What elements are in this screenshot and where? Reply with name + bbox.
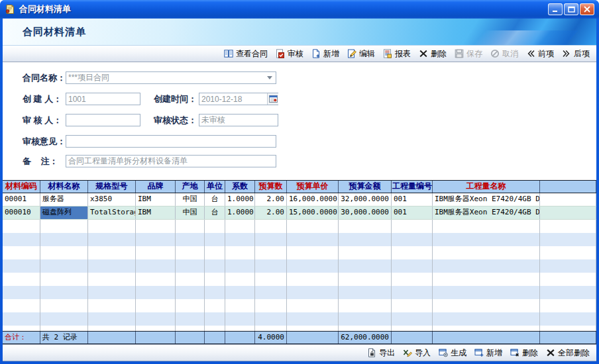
cancel-button[interactable]: 取消 <box>486 48 522 60</box>
contract-name-combobox[interactable] <box>66 71 276 84</box>
grid-total-row: 合计：共 2 记录4.000062,000.0000 <box>3 331 596 344</box>
total-cell-material-name: 共 2 记录 <box>40 332 88 343</box>
col-header-filler <box>540 181 596 193</box>
empty-cell <box>88 312 136 326</box>
empty-cell <box>40 312 88 326</box>
grid-header-row: 材料编码材料名称规格型号品牌产地单位系数预算数预算单价预算金额工程量编号工程量名… <box>3 180 596 193</box>
empty-cell <box>40 299 88 312</box>
table-cell-origin[interactable]: 中国 <box>176 193 205 206</box>
create-time-field[interactable] <box>199 93 278 105</box>
reviewer-field[interactable] <box>66 114 140 126</box>
toolbar-button-label: 新增 <box>486 347 502 359</box>
table-cell-boq-code[interactable]: 001 <box>392 206 433 219</box>
generate-button[interactable]: 生成 <box>435 347 470 359</box>
empty-cell <box>88 299 136 312</box>
empty-cell <box>88 326 136 331</box>
add-new-button[interactable]: 新增 <box>307 48 343 60</box>
next-item-button[interactable]: 后项 <box>558 48 594 60</box>
empty-cell <box>433 312 540 326</box>
remark-field[interactable] <box>66 155 276 167</box>
review-opinion-field[interactable] <box>66 135 276 148</box>
create-time-label: 创建时间： <box>154 93 197 106</box>
delete-x-icon <box>419 49 428 58</box>
empty-cell <box>339 246 392 259</box>
empty-cell <box>88 233 136 246</box>
table-cell-material-name[interactable]: 磁盘阵列 <box>40 206 88 219</box>
empty-table-row <box>3 259 596 273</box>
total-cell-origin <box>176 332 205 343</box>
table-cell-boq-code[interactable]: 001 <box>392 193 433 206</box>
save-button[interactable]: 保存 <box>451 48 486 60</box>
empty-cell <box>88 286 136 299</box>
generate-icon <box>439 348 448 357</box>
table-cell-spec-model[interactable]: TotalStorag <box>88 206 136 219</box>
empty-cell <box>287 286 339 299</box>
view-contract-button[interactable]: 查看合同 <box>220 48 272 60</box>
empty-table-row <box>3 246 596 259</box>
table-cell-budget-qty[interactable]: 2.00 <box>255 193 287 206</box>
table-cell-boq-name[interactable]: IBM服务器Xeon E7420/4GB DD <box>433 193 540 206</box>
creator-field[interactable] <box>66 93 140 105</box>
col-header-budget-price: 预算单价 <box>287 181 339 193</box>
table-cell-filler[interactable] <box>540 206 596 219</box>
reviewer-label: 审 核 人： <box>23 114 62 127</box>
calendar-picker-button[interactable] <box>267 93 278 105</box>
minimize-button[interactable] <box>548 3 563 15</box>
table-cell-filler[interactable] <box>540 193 596 206</box>
col-header-boq-name: 工程量名称 <box>433 181 540 193</box>
table-cell-material-name[interactable]: 服务器 <box>40 193 88 206</box>
table-cell-budget-price[interactable]: 15,000.0000 <box>287 206 339 219</box>
empty-cell <box>225 286 255 299</box>
table-cell-material-code[interactable]: 000010 <box>3 206 40 219</box>
close-button[interactable] <box>580 3 594 15</box>
table-cell-coefficient[interactable]: 1.0000 <box>225 206 255 219</box>
delete-all-button[interactable]: 全部删除 <box>542 347 594 359</box>
table-cell-brand[interactable]: IBM <box>136 193 176 206</box>
empty-cell <box>540 286 596 299</box>
delete-row-button[interactable]: 删除 <box>506 347 542 359</box>
toolbar-button-label: 报表 <box>395 48 411 60</box>
table-cell-coefficient[interactable]: 1.0000 <box>225 193 255 206</box>
edit-button[interactable]: 编辑 <box>343 48 379 60</box>
table-cell-brand[interactable]: IBM <box>136 206 176 219</box>
table-cell-spec-model[interactable]: x3850 <box>88 193 136 206</box>
table-cell-boq-name[interactable]: IBM服务器Xeon E7420/4GB DD <box>433 206 540 219</box>
empty-cell <box>255 246 287 259</box>
table-cell-unit[interactable]: 台 <box>205 193 225 206</box>
table-cell-budget-amount[interactable]: 32,000.0000 <box>339 193 392 206</box>
table-cell-unit[interactable]: 台 <box>205 206 225 219</box>
review-status-field[interactable] <box>199 114 278 126</box>
empty-cell <box>225 259 255 273</box>
delete-button[interactable]: 删除 <box>415 48 451 60</box>
total-cell-boq-code <box>392 332 433 343</box>
import-button[interactable]: 导入 <box>399 347 435 359</box>
empty-cell <box>433 273 540 286</box>
empty-cell <box>287 299 339 312</box>
empty-cell <box>205 246 225 259</box>
empty-cell <box>255 299 287 312</box>
table-cell-budget-price[interactable]: 16,000.0000 <box>287 193 339 206</box>
empty-cell <box>3 299 40 312</box>
maximize-button[interactable] <box>564 3 578 15</box>
add-row-icon <box>474 348 484 357</box>
empty-cell <box>88 259 136 273</box>
empty-cell <box>205 259 225 273</box>
col-header-coefficient: 系数 <box>225 181 255 193</box>
audit-button[interactable]: 审核 <box>272 48 307 60</box>
report-button[interactable]: 报表 <box>379 48 415 60</box>
chevron-down-icon[interactable] <box>267 76 272 79</box>
col-header-spec-model: 规格型号 <box>88 181 136 193</box>
top-toolbar: 查看合同审核新增编辑报表删除保存取消前项后项 <box>3 45 596 62</box>
empty-cell <box>392 286 433 299</box>
add-row-button[interactable]: 新增 <box>470 347 506 359</box>
empty-cell <box>40 286 88 299</box>
export-button[interactable]: 导出 <box>363 347 399 359</box>
bottom-toolbar: 导出导入生成新增删除全部删除 <box>3 344 596 361</box>
table-cell-budget-amount[interactable]: 30,000.0000 <box>339 206 392 219</box>
table-cell-material-code[interactable]: 00001 <box>3 193 40 206</box>
app-icon <box>5 4 15 15</box>
table-cell-budget-qty[interactable]: 2.00 <box>255 206 287 219</box>
table-cell-origin[interactable]: 中国 <box>176 206 205 219</box>
prev-item-button[interactable]: 前项 <box>522 48 558 60</box>
empty-cell <box>433 299 540 312</box>
